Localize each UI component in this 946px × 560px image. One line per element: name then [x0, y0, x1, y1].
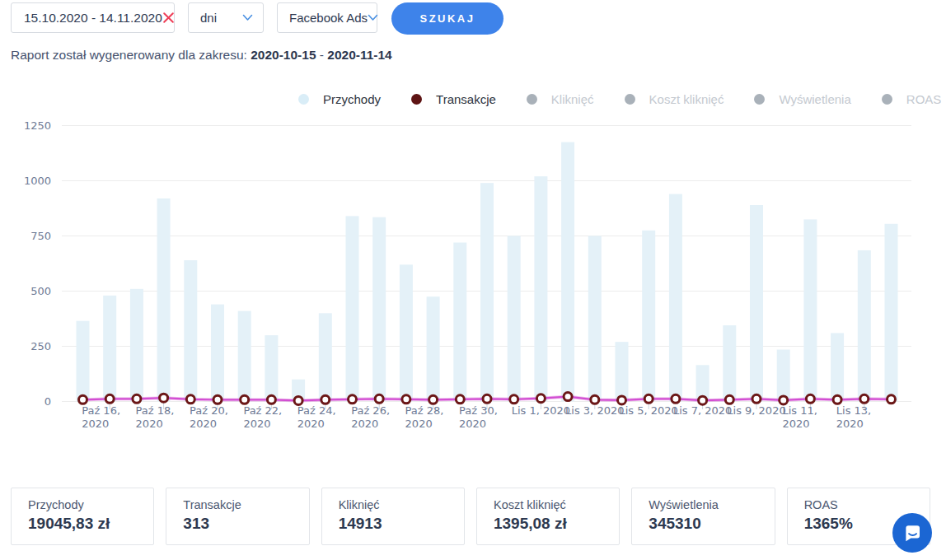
report-info-prefix: Raport został wygenerowany dla zakresu:: [11, 48, 247, 62]
clear-date-icon[interactable]: [162, 12, 175, 24]
line-marker: [860, 394, 869, 403]
report-start-date: 2020-10-15: [251, 48, 316, 62]
legend-item-roas[interactable]: ROAS: [882, 92, 942, 106]
line-marker: [780, 396, 788, 404]
summary-card-label: Kliknięć: [339, 498, 447, 511]
bar-line-chart: 025050075010001250Paź 16,2020Paź 18,2020…: [0, 115, 946, 441]
legend-item-koszt-klikni-[interactable]: Koszt kliknięć: [625, 92, 724, 106]
bar-lis-1: [534, 176, 547, 401]
y-axis-tick-label: 250: [30, 340, 51, 352]
bar-lis-3: [588, 236, 602, 402]
line-marker: [510, 395, 518, 404]
summary-card-value: 14913: [339, 515, 447, 533]
chat-bubble-icon: [902, 522, 923, 544]
summary-card-transakcje: Transakcje313: [166, 488, 309, 545]
summary-card-label: Przychody: [28, 498, 137, 511]
x-axis-tick-label: Paź 22,2020: [243, 404, 282, 430]
line-marker: [483, 394, 491, 403]
bar-lis-5: [642, 231, 655, 402]
line-marker: [429, 395, 438, 404]
y-axis-tick-label: 0: [44, 395, 51, 408]
summary-cards: Przychody19045,83 złTransakcje313Kliknię…: [11, 488, 930, 545]
bar-pa-29: [453, 243, 466, 402]
legend-dot-icon: [754, 94, 765, 105]
legend-item-transakcje[interactable]: Transakcje: [411, 92, 496, 106]
bar-lis-8: [723, 325, 736, 401]
bar-pa-26: [372, 217, 386, 402]
line-marker: [618, 396, 626, 404]
line-marker: [725, 395, 733, 404]
legend-dot-icon: [882, 94, 892, 105]
summary-card-value: 19045,83 zł: [28, 515, 137, 533]
y-axis-tick-label: 500: [30, 285, 51, 297]
report-page: 15.10.2020 - 14.11.2020 dni Facebook Ads…: [0, 0, 946, 560]
bar-lis-12: [831, 333, 844, 401]
line-marker: [160, 394, 168, 402]
report-date-separator: -: [320, 48, 324, 62]
bar-pa-22: [265, 335, 278, 401]
bar-lis-13: [858, 250, 871, 402]
line-marker: [752, 394, 761, 403]
line-marker: [105, 394, 114, 403]
legend-label: Koszt kliknięć: [649, 92, 724, 106]
y-axis-tick-label: 750: [30, 230, 51, 242]
line-marker: [375, 394, 383, 403]
source-select[interactable]: Facebook Ads: [277, 2, 377, 33]
line-marker: [133, 394, 141, 403]
bar-pa-27: [400, 264, 413, 401]
legend-item-klikni-[interactable]: Kliknięć: [527, 92, 594, 106]
x-axis-tick-label: Lis 3, 2020: [565, 404, 624, 417]
line-marker: [806, 394, 814, 403]
summary-card-value: 345310: [649, 515, 757, 533]
report-info: Raport został wygenerowany dla zakresu: …: [11, 48, 392, 63]
line-marker: [213, 395, 222, 404]
bar-lis-11: [803, 219, 817, 401]
toolbar: 15.10.2020 - 14.11.2020 dni Facebook Ads…: [0, 0, 946, 38]
x-axis-tick-label: Paź 24,2020: [297, 404, 336, 430]
bar-pa-30: [480, 183, 494, 401]
x-axis-tick-label: Paź 30,2020: [459, 404, 498, 430]
x-axis-tick-label: Lis 9, 2020: [727, 404, 785, 417]
bar-pa-31: [508, 236, 521, 402]
bar-pa-25: [346, 216, 359, 401]
line-marker: [644, 394, 653, 403]
bar-lis-9: [750, 205, 763, 402]
x-axis-tick-label: Paź 28,2020: [405, 404, 444, 430]
x-axis-tick-label: Lis 5, 2020: [620, 404, 678, 417]
chat-launcher-button[interactable]: [892, 513, 932, 553]
interval-select-value: dni: [200, 11, 242, 25]
legend-item-wy-wietlenia[interactable]: Wyświetlenia: [754, 92, 850, 106]
chart-area: 025050075010001250Paź 16,2020Paź 18,2020…: [0, 115, 946, 441]
date-range-value: 15.10.2020 - 14.11.2020: [24, 11, 162, 26]
bar-pa-17: [130, 289, 143, 402]
x-axis-tick-label: Paź 20,2020: [190, 404, 228, 430]
legend-dot-icon: [411, 94, 422, 105]
summary-card-label: Wyświetlenia: [649, 498, 757, 511]
interval-select[interactable]: dni: [188, 2, 264, 33]
bar-pa-20: [211, 305, 224, 402]
chevron-down-icon: [242, 14, 253, 21]
legend-label: Kliknięć: [551, 92, 594, 106]
date-range-input[interactable]: 15.10.2020 - 14.11.2020: [11, 2, 175, 33]
legend-dot-icon: [298, 94, 309, 105]
legend-item-przychody[interactable]: Przychody: [298, 92, 381, 106]
summary-card-koszt-klikni-: Koszt kliknięć1395,08 zł: [476, 488, 620, 545]
chevron-down-icon: [368, 14, 378, 21]
search-button[interactable]: SZUKAJ: [391, 2, 503, 35]
line-marker: [456, 395, 464, 404]
bar-pa-15: [77, 321, 90, 402]
line-marker: [564, 393, 572, 401]
legend-dot-icon: [625, 94, 635, 105]
summary-card-przychody: Przychody19045,83 zł: [11, 488, 154, 545]
x-axis-tick-label: Paź 18,2020: [136, 404, 175, 430]
summary-card-label: ROAS: [804, 498, 913, 511]
line-marker: [241, 395, 249, 404]
bar-pa-21: [238, 311, 251, 402]
report-end-date: 2020-11-14: [327, 48, 391, 62]
bar-pa-24: [319, 313, 332, 401]
x-axis-tick-label: Paź 16,2020: [82, 404, 120, 430]
bar-pa-19: [184, 260, 197, 402]
y-axis-tick-label: 1250: [24, 119, 51, 132]
x-axis-tick-label: Lis 1, 2020: [512, 404, 570, 417]
bar-lis-2: [561, 142, 574, 402]
